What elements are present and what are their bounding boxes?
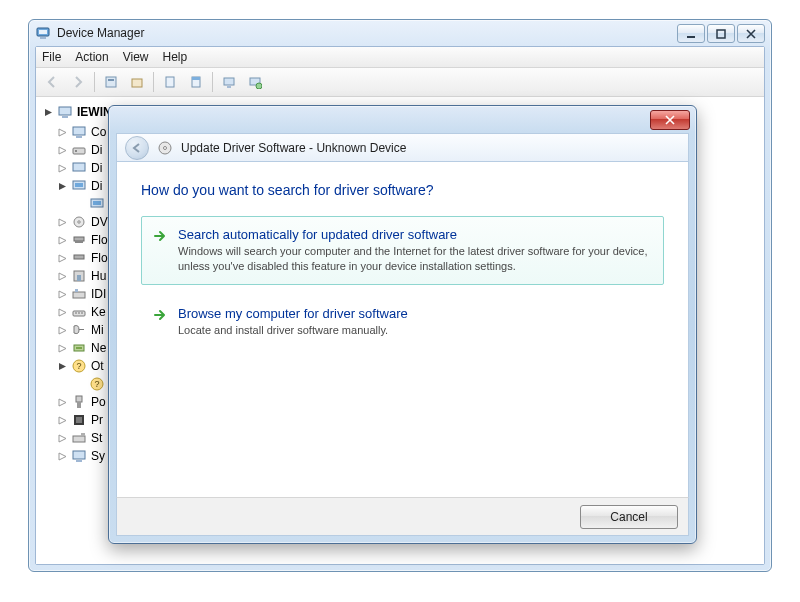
svg-rect-6 (108, 79, 114, 81)
toolbar-separator (153, 72, 154, 92)
expand-icon[interactable] (58, 164, 67, 173)
toolbar-btn-4[interactable] (184, 70, 208, 94)
svg-rect-29 (75, 241, 83, 243)
svg-rect-7 (132, 79, 142, 87)
device-category-icon (71, 250, 87, 266)
option-search-automatically[interactable]: Search automatically for updated driver … (141, 216, 664, 285)
device-category-icon (71, 340, 87, 356)
svg-rect-25 (93, 201, 101, 205)
dm-titlebar[interactable]: Device Manager (29, 20, 771, 46)
nav-back-button[interactable] (40, 70, 64, 94)
svg-rect-28 (74, 237, 84, 241)
svg-rect-18 (76, 136, 82, 138)
svg-rect-12 (227, 86, 231, 88)
expand-icon[interactable] (58, 308, 67, 317)
option2-title: Browse my computer for driver software (178, 306, 649, 321)
svg-rect-3 (687, 36, 695, 38)
svg-rect-17 (73, 127, 85, 135)
tree-item-label: Ne (91, 341, 106, 355)
svg-point-55 (164, 147, 167, 150)
dialog-close-button[interactable] (650, 110, 690, 130)
svg-text:?: ? (94, 379, 99, 389)
svg-rect-41 (76, 347, 82, 349)
dm-toolbar (36, 68, 764, 97)
dm-menubar: File Action View Help (36, 47, 764, 68)
menu-view[interactable]: View (123, 50, 149, 64)
expand-icon[interactable] (58, 452, 67, 461)
driver-disc-icon (157, 140, 173, 156)
dm-title: Device Manager (57, 26, 144, 40)
toolbar-btn-2[interactable] (125, 70, 149, 94)
menu-file[interactable]: File (42, 50, 61, 64)
expand-icon[interactable] (58, 128, 67, 137)
svg-rect-23 (75, 183, 83, 187)
svg-rect-16 (62, 116, 68, 118)
expand-icon[interactable] (58, 290, 67, 299)
device-category-icon (71, 304, 87, 320)
menu-action[interactable]: Action (75, 50, 108, 64)
dlg-footer: Cancel (116, 497, 689, 536)
collapse-icon[interactable] (58, 182, 67, 191)
collapse-icon[interactable] (58, 362, 67, 371)
device-category-icon (71, 214, 87, 230)
update-driver-dialog: Update Driver Software - Unknown Device … (108, 105, 697, 544)
svg-rect-19 (73, 148, 85, 154)
svg-rect-51 (81, 433, 85, 436)
collapse-icon[interactable] (44, 108, 53, 117)
minimize-button[interactable] (677, 24, 705, 43)
dlg-titlebar[interactable] (109, 106, 696, 133)
svg-rect-15 (59, 107, 71, 115)
expand-icon[interactable] (58, 344, 67, 353)
option1-desc: Windows will search your computer and th… (178, 244, 649, 274)
dlg-body: How do you want to search for driver sof… (116, 161, 689, 499)
expand-icon[interactable] (58, 254, 67, 263)
expand-icon[interactable] (58, 236, 67, 245)
device-category-icon (71, 322, 87, 338)
expand-icon[interactable] (58, 272, 67, 281)
svg-rect-37 (78, 312, 80, 314)
computer-icon (57, 104, 73, 120)
svg-rect-50 (73, 436, 85, 442)
device-category-icon (71, 412, 87, 428)
toolbar-separator (212, 72, 213, 92)
svg-rect-8 (166, 77, 174, 87)
svg-rect-49 (76, 417, 82, 423)
svg-rect-33 (73, 292, 85, 298)
dialog-title: Update Driver Software - Unknown Device (181, 141, 406, 155)
nav-forward-button[interactable] (66, 70, 90, 94)
device-category-icon (71, 124, 87, 140)
svg-rect-21 (73, 163, 85, 171)
expand-icon[interactable] (58, 416, 67, 425)
back-button[interactable] (125, 136, 149, 160)
toolbar-btn-5[interactable] (217, 70, 241, 94)
option-browse-computer[interactable]: Browse my computer for driver software L… (141, 295, 664, 349)
svg-rect-53 (76, 460, 82, 462)
svg-rect-5 (106, 77, 116, 87)
svg-rect-30 (74, 255, 84, 259)
maximize-button[interactable] (707, 24, 735, 43)
expand-icon[interactable] (58, 218, 67, 227)
tree-item-label: Sy (91, 449, 105, 463)
svg-rect-4 (717, 30, 725, 38)
close-button[interactable] (737, 24, 765, 43)
menu-help[interactable]: Help (163, 50, 188, 64)
svg-rect-11 (224, 78, 234, 85)
expand-icon[interactable] (58, 398, 67, 407)
svg-rect-1 (40, 37, 46, 39)
device-manager-icon (35, 25, 51, 41)
expand-icon[interactable] (58, 434, 67, 443)
expand-icon[interactable] (58, 326, 67, 335)
svg-rect-32 (77, 275, 81, 281)
toolbar-btn-3[interactable] (158, 70, 182, 94)
tree-item-label: Di (91, 161, 102, 175)
expand-icon[interactable] (58, 146, 67, 155)
device-icon: ? (89, 376, 105, 392)
toolbar-btn-1[interactable] (99, 70, 123, 94)
tree-item-label: IDI (91, 287, 106, 301)
toolbar-btn-6[interactable] (243, 70, 267, 94)
cancel-button[interactable]: Cancel (580, 505, 678, 529)
tree-root-label: IEWIN (77, 105, 112, 119)
tree-item-label: Co (91, 125, 106, 139)
tree-item-label: DV (91, 215, 108, 229)
tree-item-label: Di (91, 179, 102, 193)
